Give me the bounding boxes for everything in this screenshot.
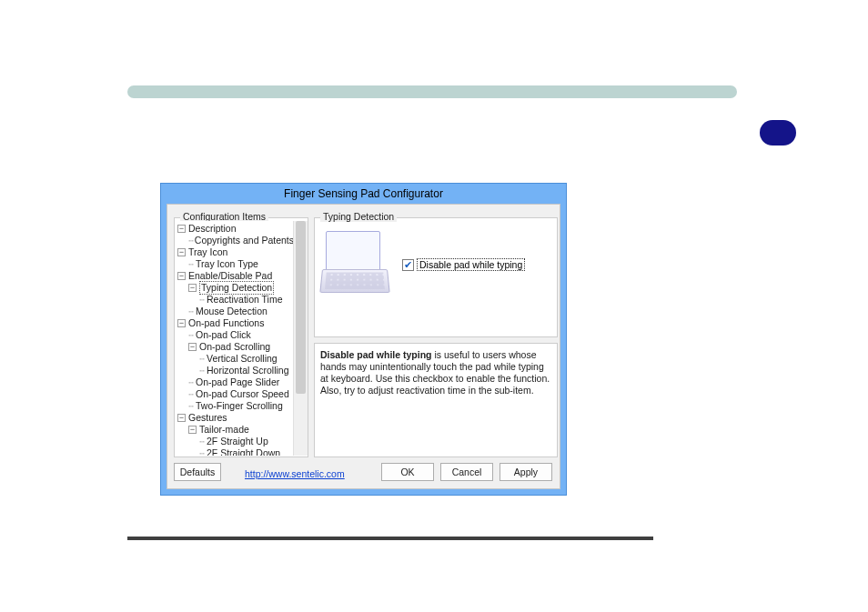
tree-collapse-icon[interactable]: − bbox=[177, 248, 186, 256]
cancel-button[interactable]: Cancel bbox=[440, 463, 493, 481]
window-title: Finger Sensing Pad Configurator bbox=[161, 184, 566, 204]
description-text: Disable pad while typing is useful to us… bbox=[320, 349, 551, 396]
tree-item-label: Tailor-made bbox=[199, 424, 249, 436]
decorative-bar bbox=[127, 85, 737, 98]
tree-branch-icon: ⋯ bbox=[188, 258, 193, 270]
configuration-tree[interactable]: −Description⋯Copyrights and Patents−Tray… bbox=[176, 221, 294, 456]
tree-item[interactable]: ⋯On-pad Click bbox=[176, 329, 294, 341]
configurator-window: Finger Sensing Pad Configurator Configur… bbox=[160, 183, 567, 496]
tree-collapse-icon[interactable]: − bbox=[177, 272, 186, 280]
defaults-button[interactable]: Defaults bbox=[174, 463, 221, 481]
illustration-keyboard-icon bbox=[319, 269, 389, 293]
disable-pad-checkbox-label: Disable pad while typing bbox=[417, 258, 525, 271]
tree-scrollbar[interactable] bbox=[293, 221, 308, 456]
tree-collapse-icon[interactable]: − bbox=[177, 319, 186, 327]
tree-branch-icon: ⋯ bbox=[199, 294, 204, 306]
tree-item-label: Two-Finger Scrolling bbox=[196, 400, 283, 412]
tree-item-label: On-pad Functions bbox=[188, 317, 264, 329]
tree-branch-icon: ⋯ bbox=[188, 400, 193, 412]
tree-item[interactable]: ⋯Tray Icon Type bbox=[176, 258, 294, 270]
tree-item[interactable]: −On-pad Scrolling bbox=[176, 341, 294, 353]
description-panel: Disable pad while typing is useful to us… bbox=[314, 343, 558, 457]
tree-branch-icon: ⋯ bbox=[188, 235, 193, 246]
typing-detection-label: Typing Detection bbox=[320, 211, 397, 222]
tree-item-label: Horizontal Scrolling bbox=[207, 365, 288, 376]
tree-item[interactable]: −On-pad Functions bbox=[176, 317, 294, 329]
configuration-items-group: Configuration Items −Description⋯Copyrig… bbox=[174, 217, 308, 457]
tree-item-label: Tray Icon Type bbox=[196, 258, 258, 270]
tree-collapse-icon[interactable]: − bbox=[177, 414, 186, 422]
tree-item-label: Copyrights and Patents bbox=[195, 235, 294, 246]
tree-branch-icon: ⋯ bbox=[188, 306, 193, 317]
tree-item[interactable]: −Tailor-made bbox=[176, 424, 294, 436]
tree-item[interactable]: ⋯Vertical Scrolling bbox=[176, 353, 294, 365]
tree-scrollarea: −Description⋯Copyrights and Patents−Tray… bbox=[176, 221, 308, 456]
tree-item[interactable]: −Tray Icon bbox=[176, 246, 294, 258]
tree-item[interactable]: ⋯On-pad Page Slider bbox=[176, 376, 294, 388]
tree-item[interactable]: −Gestures bbox=[176, 412, 294, 424]
tree-branch-icon: ⋯ bbox=[188, 376, 193, 388]
typing-detection-group: Typing Detection ✔ Disable pad while typ… bbox=[314, 217, 558, 337]
disable-pad-checkbox-row[interactable]: ✔ Disable pad while typing bbox=[402, 258, 525, 271]
tree-item[interactable]: ⋯Two-Finger Scrolling bbox=[176, 400, 294, 412]
tree-item[interactable]: −Typing Detection bbox=[176, 282, 294, 294]
tree-item-label: Description bbox=[188, 223, 237, 235]
tree-item[interactable]: ⋯Reactivation Time bbox=[176, 294, 294, 306]
decorative-pill bbox=[760, 120, 796, 145]
tree-item-label: Vertical Scrolling bbox=[207, 353, 278, 365]
sentelic-link[interactable]: http://www.sentelic.com bbox=[245, 468, 345, 479]
tree-item-label: On-pad Click bbox=[196, 329, 251, 341]
tree-branch-icon: ⋯ bbox=[199, 436, 204, 447]
tree-item-label: Reactivation Time bbox=[207, 294, 282, 306]
description-bold-lead: Disable pad while typing bbox=[320, 349, 432, 360]
scrollbar-thumb[interactable] bbox=[296, 221, 306, 394]
typing-illustration bbox=[322, 231, 388, 298]
tree-item-label: On-pad Cursor Speed bbox=[196, 388, 289, 400]
tree-item-label: 2F Straight Up bbox=[207, 436, 268, 447]
tree-item[interactable]: ⋯2F Straight Up bbox=[176, 436, 294, 447]
tree-collapse-icon[interactable]: − bbox=[177, 225, 186, 233]
tree-collapse-icon[interactable]: − bbox=[188, 426, 197, 434]
disable-pad-checkbox[interactable]: ✔ bbox=[402, 259, 414, 271]
tree-item-label: Mouse Detection bbox=[196, 306, 267, 317]
tree-item[interactable]: ⋯On-pad Cursor Speed bbox=[176, 388, 294, 400]
footer-rule bbox=[127, 537, 653, 540]
tree-item-label: Gestures bbox=[188, 412, 227, 424]
tree-branch-icon: ⋯ bbox=[199, 447, 204, 456]
tree-item-label: On-pad Page Slider bbox=[196, 376, 279, 388]
tree-item[interactable]: −Description bbox=[176, 223, 294, 235]
apply-button[interactable]: Apply bbox=[500, 463, 552, 481]
tree-item-label: Typing Detection bbox=[199, 281, 274, 295]
tree-branch-icon: ⋯ bbox=[188, 388, 193, 400]
tree-item-label: On-pad Scrolling bbox=[199, 341, 270, 353]
tree-item-label: 2F Straight Down bbox=[207, 447, 280, 456]
ok-button[interactable]: OK bbox=[381, 463, 434, 481]
tree-branch-icon: ⋯ bbox=[199, 353, 204, 365]
tree-branch-icon: ⋯ bbox=[199, 365, 204, 376]
checkbox-check-icon: ✔ bbox=[404, 260, 412, 270]
illustration-screen-icon bbox=[326, 231, 380, 273]
tree-branch-icon: ⋯ bbox=[188, 329, 193, 341]
window-client: Configuration Items −Description⋯Copyrig… bbox=[167, 204, 560, 489]
tree-item[interactable]: ⋯Horizontal Scrolling bbox=[176, 365, 294, 376]
tree-collapse-icon[interactable]: − bbox=[188, 284, 197, 292]
tree-item[interactable]: ⋯2F Straight Down bbox=[176, 447, 294, 456]
tree-collapse-icon[interactable]: − bbox=[188, 343, 197, 351]
tree-item[interactable]: ⋯Copyrights and Patents bbox=[176, 235, 294, 246]
tree-item-label: Tray Icon bbox=[188, 246, 227, 258]
tree-item[interactable]: ⋯Mouse Detection bbox=[176, 306, 294, 317]
